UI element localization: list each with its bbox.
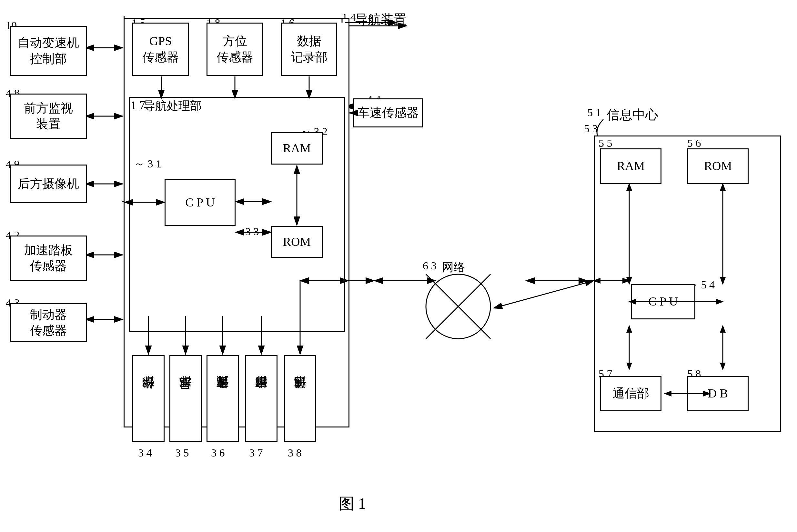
direction-sensor-box: 方位传感器 [207,23,263,76]
comm-unit-box: 通信部 [284,355,316,442]
gps-sensor-box: GPS传感器 [132,23,189,76]
brake-sensor-box: 制动器传感器 [10,303,87,342]
ref-63: 6 3 [423,260,437,272]
svg-line-68 [494,281,594,308]
cpu-label: C P U [185,194,215,210]
network-symbol [423,271,494,342]
brake-sensor-label: 制动器传感器 [30,307,67,339]
direction-sensor-label: 方位传感器 [216,33,253,65]
ref-17: 1 7 [131,98,145,112]
gps-sensor-label: GPS传感器 [142,33,179,65]
nav-device-label: 导航装置 [355,11,406,28]
auto-transmission-box: 自动变速机控制部 [10,26,87,76]
ref-31: ～ 3 1 [134,156,162,171]
data-recorder-label: 数据记录部 [291,33,327,65]
speed-sensor-label: 车速传感器 [358,105,419,121]
ref-36: 3 6 [211,447,225,459]
ref-34: 3 4 [138,447,152,459]
auto-transmission-label: 自动变速机控制部 [18,35,79,67]
audio-output-box: 声音输出部 [245,355,278,442]
front-monitor-label: 前方监视装置 [24,100,73,132]
cpu-box: C P U [165,179,235,226]
rom-box: ROM [271,226,323,258]
speed-sensor-box: 车速传感器 [353,98,423,128]
rear-camera-box: 后方摄像机 [10,165,87,203]
nav-processor-label: 导航处理部 [144,98,202,114]
ref-51-label: 5 1 [587,107,601,119]
audio-input-box: 声音输入部 [207,355,239,442]
accel-sensor-label: 加速踏板传感器 [24,242,73,274]
front-monitor-box: 前方监视装置 [10,94,87,139]
ref-38: 3 8 [288,447,302,459]
operation-box: 操作部 [132,355,165,442]
info-center-arrows [594,135,781,432]
ram-box: RAM [271,132,323,165]
rear-camera-label: 后方摄像机 [18,176,79,192]
data-recorder-box: 数据记录部 [281,23,337,76]
ref-37: 3 7 [249,447,263,459]
ref-35: 3 5 [175,447,189,459]
diagram: 10 自动变速机控制部 4 8 前方监视装置 4 9 后方摄像机 4 2 加速踏… [0,0,797,532]
display-box: 显示部 [169,355,202,442]
ram-label: RAM [283,140,311,156]
figure-label: 图 1 [339,494,366,514]
ref-33: 3 3 ～ [245,224,273,239]
rom-label: ROM [283,234,311,250]
accel-sensor-box: 加速踏板传感器 [10,235,87,281]
